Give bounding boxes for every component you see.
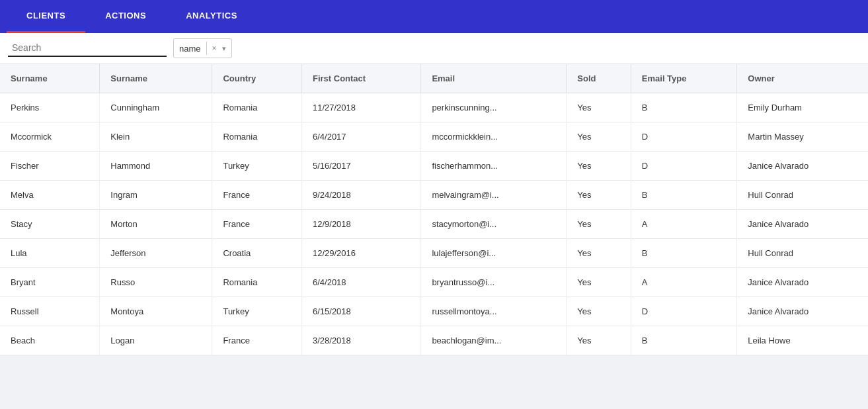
cell-3-7: Hull Conrad (737, 181, 868, 210)
cell-0-0: Perkins (0, 93, 100, 122)
cell-2-3: 5/16/2017 (301, 152, 420, 181)
cell-5-3: 12/29/2016 (301, 239, 420, 268)
tab-analytics[interactable]: ANALYTICS (166, 0, 257, 33)
cell-6-5: Yes (567, 268, 631, 297)
cell-1-3: 6/4/2017 (301, 122, 420, 152)
col-header-surname2: Surname (100, 64, 212, 93)
filter-value: name (179, 44, 201, 54)
cell-7-2: Turkey (212, 297, 302, 326)
cell-7-0: Russell (0, 297, 100, 326)
table-row[interactable]: LulaJeffersonCroatia12/29/2016lulajeffer… (0, 239, 868, 268)
cell-1-4: mccormickklein... (421, 122, 567, 152)
cell-8-0: Beach (0, 326, 100, 355)
col-header-email: Email (421, 64, 567, 93)
cell-3-5: Yes (567, 181, 631, 210)
cell-5-1: Jefferson (100, 239, 212, 268)
cell-4-2: France (212, 210, 302, 239)
cell-0-4: perkinscunning... (421, 93, 567, 122)
cell-8-3: 3/28/2018 (301, 326, 420, 355)
cell-6-1: Russo (100, 268, 212, 297)
cell-2-1: Hammond (100, 152, 212, 181)
table-row[interactable]: BryantRussoRomania6/4/2018bryantrusso@i.… (0, 268, 868, 297)
col-header-sold: Sold (567, 64, 631, 93)
cell-0-1: Cunningham (100, 93, 212, 122)
clients-table: Surname Surname Country First Contact Em… (0, 64, 868, 355)
cell-6-6: A (631, 268, 737, 297)
cell-1-5: Yes (567, 122, 631, 152)
cell-1-2: Romania (212, 122, 302, 152)
col-header-owner: Owner (737, 64, 868, 93)
cell-3-6: B (631, 181, 737, 210)
cell-2-5: Yes (567, 152, 631, 181)
cell-6-0: Bryant (0, 268, 100, 297)
cell-1-6: D (631, 122, 737, 152)
table-row[interactable]: StacyMortonFrance12/9/2018stacymorton@i.… (0, 210, 868, 239)
cell-8-4: beachlogan@im... (421, 326, 567, 355)
cell-0-7: Emily Durham (737, 93, 868, 122)
cell-0-5: Yes (567, 93, 631, 122)
cell-8-1: Logan (100, 326, 212, 355)
cell-3-3: 9/24/2018 (301, 181, 420, 210)
cell-5-5: Yes (567, 239, 631, 268)
cell-0-6: B (631, 93, 737, 122)
clients-table-container: Surname Surname Country First Contact Em… (0, 64, 868, 355)
cell-6-2: Romania (212, 268, 302, 297)
cell-7-6: D (631, 297, 737, 326)
search-filter-bar: name × ▾ (0, 33, 868, 64)
cell-3-1: Ingram (100, 181, 212, 210)
cell-2-4: fischerhammon... (421, 152, 567, 181)
search-input[interactable] (8, 40, 167, 57)
cell-4-6: A (631, 210, 737, 239)
table-row[interactable]: MelvaIngramFrance9/24/2018melvaingram@i.… (0, 181, 868, 210)
col-header-email-type: Email Type (631, 64, 737, 93)
table-row[interactable]: MccormickKleinRomania6/4/2017mccormickkl… (0, 122, 868, 152)
cell-4-4: stacymorton@i... (421, 210, 567, 239)
cell-4-0: Stacy (0, 210, 100, 239)
cell-2-6: D (631, 152, 737, 181)
table-row[interactable]: BeachLoganFrance3/28/2018beachlogan@im..… (0, 326, 868, 355)
cell-8-6: B (631, 326, 737, 355)
table-header: Surname Surname Country First Contact Em… (0, 64, 868, 93)
top-nav: CLIENTS ACTIONS ANALYTICS (0, 0, 868, 33)
cell-7-7: Janice Alvarado (737, 297, 868, 326)
cell-8-5: Yes (567, 326, 631, 355)
table-row[interactable]: RussellMontoyaTurkey6/15/2018russellmont… (0, 297, 868, 326)
cell-6-3: 6/4/2018 (301, 268, 420, 297)
table-body: PerkinsCunninghamRomania11/27/2018perkin… (0, 93, 868, 355)
cell-4-7: Janice Alvarado (737, 210, 868, 239)
col-header-surname1: Surname (0, 64, 100, 93)
pill-divider (206, 42, 207, 55)
chevron-down-icon[interactable]: ▾ (222, 44, 226, 53)
cell-2-7: Janice Alvarado (737, 152, 868, 181)
cell-1-0: Mccormick (0, 122, 100, 152)
cell-7-4: russellmontoya... (421, 297, 567, 326)
cell-2-0: Fischer (0, 152, 100, 181)
cell-2-2: Turkey (212, 152, 302, 181)
cell-6-4: bryantrusso@i... (421, 268, 567, 297)
cell-5-0: Lula (0, 239, 100, 268)
cell-6-7: Janice Alvarado (737, 268, 868, 297)
cell-5-6: B (631, 239, 737, 268)
cell-8-7: Leila Howe (737, 326, 868, 355)
cell-0-3: 11/27/2018 (301, 93, 420, 122)
table-row[interactable]: FischerHammondTurkey5/16/2017fischerhamm… (0, 152, 868, 181)
cell-5-7: Hull Conrad (737, 239, 868, 268)
cell-8-2: France (212, 326, 302, 355)
cell-5-2: Croatia (212, 239, 302, 268)
cell-3-2: France (212, 181, 302, 210)
cell-7-1: Montoya (100, 297, 212, 326)
table-row[interactable]: PerkinsCunninghamRomania11/27/2018perkin… (0, 93, 868, 122)
cell-7-5: Yes (567, 297, 631, 326)
tab-actions[interactable]: ACTIONS (85, 0, 166, 33)
cell-4-1: Morton (100, 210, 212, 239)
cell-5-4: lulajefferson@i... (421, 239, 567, 268)
col-header-first-contact: First Contact (301, 64, 420, 93)
tab-clients[interactable]: CLIENTS (7, 0, 85, 33)
close-icon[interactable]: × (212, 44, 217, 53)
cell-3-4: melvaingram@i... (421, 181, 567, 210)
filter-pill: name × ▾ (173, 38, 232, 58)
cell-1-7: Martin Massey (737, 122, 868, 152)
cell-7-3: 6/15/2018 (301, 297, 420, 326)
cell-0-2: Romania (212, 93, 302, 122)
header-row: Surname Surname Country First Contact Em… (0, 64, 868, 93)
